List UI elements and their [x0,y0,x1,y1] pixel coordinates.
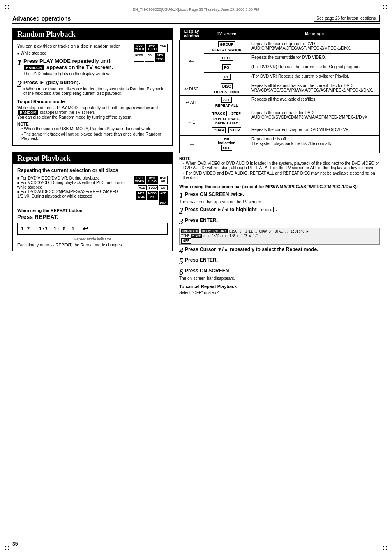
repeat-icon: ↩ [83,225,88,233]
random-badge: RANDOM [24,65,44,70]
onscreen-step-2-num: 2 [179,207,183,215]
step-1-note: The RND indicator lights on the display … [23,71,131,76]
repeat-table: Displaywindow TV screen Meanings ↩ GROUP… [179,28,380,153]
random-playback-content: DVDVIDEO DVDAUDIO VCD SVCD CD MP3WMA You… [13,40,172,145]
random-playback-title: Random Playback [13,28,172,40]
compat-1: For DVD VIDEO/DVD VR: During playback [17,176,131,180]
display-cell-1: ↩ 1 [180,109,204,136]
table-note-title: NOTE [179,157,380,161]
corner-marker-tr [382,4,388,10]
cancel-text: Select "OFF" in step 4. [179,290,380,295]
random-note-title: NOTE [17,122,168,127]
repeat-badge-asf: ASF [159,191,168,200]
onscreen-step-3: 3 Press ENTER. [179,217,380,226]
dvd-bar-off: ↩ OFF [191,234,202,238]
corner-marker-bl [4,545,10,551]
table-row: ↩ GROUP REPEAT GROUP Repeats the current… [180,40,380,54]
repeat-badge-mp3: MP3WMA [136,191,146,200]
quit-text: While stopped, press PLAY MODE repeatedl… [17,106,168,120]
badge-dvd-audio: DVDAUDIO [146,44,158,52]
page-reference: See page 26 for button locations. [314,15,380,22]
table-row: ↩ 1 TRACK · STEP REPEAT TRACK,REPEAT STE… [180,109,380,126]
table-row: PL (For DVD VR) Repeats the current play… [180,73,380,82]
repeat-badge-dvd-vr: DVDVR [159,176,168,184]
random-playback-section: Random Playback DVDVIDEO DVDAUDIO VCD SV… [12,28,173,146]
meanings-cell-all: Repeats all the available discs/files. [249,96,380,109]
display-indicator: 1 2 1:3 1: 0 1 ↩ [17,223,168,235]
step-2-text: Press ► (play button). [23,79,168,85]
step-2-number: 2 [17,79,22,88]
table-row: CHAP · STEP Repeats the current chapter … [180,126,380,136]
col-header-meanings: Meanings [249,28,380,40]
off-badge: OFF [181,238,191,244]
badge-vcd: VCD [159,44,168,52]
table-note-1: When DVD VIDEO or DVD AUDIO is loaded in… [179,161,380,170]
col-header-display: Displaywindow [180,28,204,40]
meanings-cell-chap: Repeats the current chapter for DVD VIDE… [249,126,380,136]
onscreen-step-3-text: Press ENTER. [185,217,380,223]
main-content: Random Playback DVDVIDEO DVDAUDIO VCD SV… [12,28,380,295]
tv-cell-disc: DISC REPEAT DISC [204,82,249,96]
badge-dvd-video: DVDVIDEO [134,44,145,52]
tv-cell-group: GROUP REPEAT GROUP [204,40,249,54]
compat-2: For VCD/SVCD: During playback without PB… [17,180,131,189]
tv-cell-track: TRACK · STEP REPEAT TRACK,REPEAT STEP [204,109,249,126]
compat-3: For DVD AUDIO/CD/MP3/JPEG/ASF/MPEG-2/MPE… [17,189,131,198]
step-2-bullet: • When more than one discs are loaded, t… [23,87,168,96]
dvd-bar-misc: ⊙ ➜ CHAP.➜ ⊡ 1/8 ⊡ 1/3 ♣ 1/1 [203,234,259,238]
onscreen-step-4: 4 Press Cursor ▼/▲ repeatedly to select … [179,246,380,255]
onscreen-step-3-num: 3 [179,217,183,226]
onscreen-step-6-sub: The on-screen bar disappears. [179,276,380,281]
repeat-badge-vcd: VCD [138,185,147,190]
when-using-title: When using the REPEAT button: [17,208,168,213]
badge-mp3-wma: MP3WMA [155,53,165,62]
repeat-badge-mpeg: MPEG2/1 [147,191,158,200]
repeat-badge-cd: CD [159,185,168,190]
display-cell-all: ↩ ALL [180,96,204,109]
dvd-bar-info: DISC 1 TITLE 1 CHAP 3 TOTAL... 1:01:40 ▶ [229,230,309,233]
onscreen-step-5-num: 5 [179,257,183,265]
table-row: — Noindication OFF Repeat mode is off.Th… [180,136,380,153]
onscreen-step-1-sub: The on-screen bar appears on the TV scre… [179,200,380,204]
page-number: 35 [12,541,18,547]
tv-cell-title: TITLE [204,54,249,63]
table-note: NOTE When DVD VIDEO or DVD AUDIO is load… [179,157,380,180]
meanings-cell-disc: Repeats all titles and tracks on the cur… [249,82,380,96]
onscreen-step-1-num: 1 [179,191,183,200]
tv-cell-all: ALL REPEAT ALL [204,96,249,109]
onscreen-step-5-text: Press ENTER. [185,257,380,263]
meanings-cell-off: Repeat mode is off.The system plays back… [249,136,380,153]
header-row: Advanced operations See page 26 for butt… [12,15,380,24]
step-2: 2 Press ► (play button). • When more tha… [17,79,168,96]
onscreen-step-1: 1 Press ON SCREEN twice. The on-screen b… [179,191,380,204]
table-row: ↩ DISC DISC REPEAT DISC Repeats all titl… [180,82,380,96]
onscreen-step-2: 2 Press Cursor ►/◄ to highlight ↩ OFF . [179,207,380,215]
badge-svcd: SVCD [134,53,144,62]
onscreen-step-6: 6 Press ON SCREEN. The on-screen bar dis… [179,268,380,281]
random-compat-badges: DVDVIDEO DVDAUDIO VCD SVCD CD MP3WMA [134,44,168,62]
dvd-bar-dolby: Dolby 2/0 .0ch [201,229,228,233]
onscreen-heading: When using the on-screen bar (except for… [179,184,380,189]
table-row: PG (For DVD VR) Repeats the current titl… [180,63,380,73]
onscreen-step-4-text: Press Cursor ▼/▲ repeatedly to select th… [185,246,380,252]
repeat-playback-section: Repeat Playback Repeating the current se… [12,152,173,251]
tv-cell-pl: PL [204,73,249,82]
cancel-section: To cancel Repeat Playback Select "OFF" i… [179,284,380,295]
onscreen-step-1-text: Press ON SCREEN twice. [185,191,380,197]
right-column: Displaywindow TV screen Meanings ↩ GROUP… [179,28,380,295]
onscreen-step-4-num: 4 [179,246,183,255]
tv-cell-pg: PG [204,63,249,73]
tv-cell-no-indication: Noindication OFF [204,136,249,153]
dvd-bar-row-3: OFF [181,238,378,244]
quit-title: To quit Random mode [17,99,168,104]
display-cell-off: — [180,136,204,153]
step-1-number: 1 [17,58,22,67]
onscreen-step-6-text: Press ON SCREEN. [185,268,380,274]
meanings-cell-track: Repeats the current track for DVD AUDIO/… [249,109,380,126]
corner-marker-tl [4,4,10,10]
left-column: Random Playback DVDVIDEO DVDAUDIO VCD SV… [12,28,173,295]
table-row: TITLE Repeats the current title for DVD … [180,54,380,63]
display-numbers: 1 2 1:3 1: 0 1 [21,226,74,232]
corner-marker-br [382,545,388,551]
repeat-mode-note: Each time you press REPEAT, the Repeat m… [17,243,168,247]
